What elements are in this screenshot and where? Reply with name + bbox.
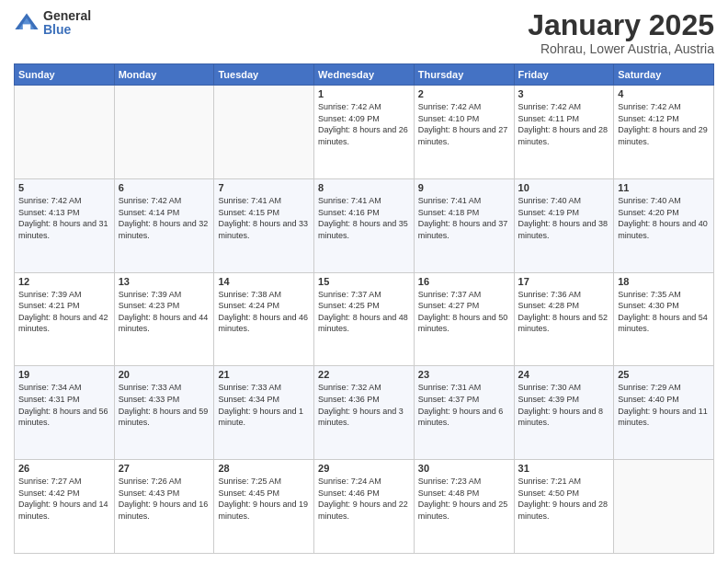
day-info: Sunrise: 7:21 AM Sunset: 4:50 PM Dayligh… [518, 476, 610, 522]
day-number: 6 [119, 182, 210, 193]
day-number: 2 [418, 88, 510, 99]
calendar-cell: 4Sunrise: 7:42 AM Sunset: 4:12 PM Daylig… [614, 86, 714, 179]
calendar-cell [214, 86, 314, 179]
weekday-header: Friday [514, 64, 614, 86]
calendar-cell: 12Sunrise: 7:39 AM Sunset: 4:21 PM Dayli… [15, 272, 115, 366]
day-number: 22 [318, 369, 410, 380]
calendar-cell: 11Sunrise: 7:40 AM Sunset: 4:20 PM Dayli… [614, 178, 714, 272]
day-info: Sunrise: 7:38 AM Sunset: 4:24 PM Dayligh… [218, 289, 310, 335]
day-number: 23 [418, 369, 510, 380]
day-info: Sunrise: 7:32 AM Sunset: 4:36 PM Dayligh… [318, 382, 410, 428]
calendar-week-row: 19Sunrise: 7:34 AM Sunset: 4:31 PM Dayli… [15, 366, 714, 460]
day-info: Sunrise: 7:35 AM Sunset: 4:30 PM Dayligh… [618, 289, 710, 335]
day-info: Sunrise: 7:41 AM Sunset: 4:16 PM Dayligh… [318, 195, 410, 241]
day-number: 11 [618, 182, 710, 193]
day-number: 17 [518, 276, 610, 287]
day-info: Sunrise: 7:30 AM Sunset: 4:39 PM Dayligh… [518, 382, 610, 428]
logo-icon [14, 10, 40, 36]
day-info: Sunrise: 7:26 AM Sunset: 4:43 PM Dayligh… [119, 476, 210, 522]
day-info: Sunrise: 7:33 AM Sunset: 4:33 PM Dayligh… [119, 382, 210, 428]
calendar-cell: 13Sunrise: 7:39 AM Sunset: 4:23 PM Dayli… [114, 272, 214, 366]
day-number: 8 [318, 182, 410, 193]
calendar-cell: 24Sunrise: 7:30 AM Sunset: 4:39 PM Dayli… [514, 366, 614, 460]
calendar-cell: 21Sunrise: 7:33 AM Sunset: 4:34 PM Dayli… [214, 366, 314, 460]
day-info: Sunrise: 7:33 AM Sunset: 4:34 PM Dayligh… [218, 382, 310, 428]
day-number: 13 [119, 276, 210, 287]
day-number: 16 [418, 276, 510, 287]
calendar-cell: 18Sunrise: 7:35 AM Sunset: 4:30 PM Dayli… [614, 272, 714, 366]
day-number: 3 [518, 88, 610, 99]
day-number: 26 [18, 463, 110, 474]
calendar-cell: 6Sunrise: 7:42 AM Sunset: 4:14 PM Daylig… [114, 178, 214, 272]
day-number: 15 [318, 276, 410, 287]
day-info: Sunrise: 7:34 AM Sunset: 4:31 PM Dayligh… [18, 382, 110, 428]
calendar-cell [614, 460, 714, 554]
calendar-week-row: 12Sunrise: 7:39 AM Sunset: 4:21 PM Dayli… [15, 272, 714, 366]
day-number: 9 [418, 182, 510, 193]
day-info: Sunrise: 7:42 AM Sunset: 4:11 PM Dayligh… [518, 101, 610, 147]
logo-text: General Blue [43, 9, 91, 38]
day-info: Sunrise: 7:31 AM Sunset: 4:37 PM Dayligh… [418, 382, 510, 428]
calendar-cell: 26Sunrise: 7:27 AM Sunset: 4:42 PM Dayli… [15, 460, 115, 554]
day-number: 19 [18, 369, 110, 380]
weekday-header: Saturday [614, 64, 714, 86]
calendar-week-row: 5Sunrise: 7:42 AM Sunset: 4:13 PM Daylig… [15, 178, 714, 272]
day-info: Sunrise: 7:42 AM Sunset: 4:13 PM Dayligh… [18, 195, 110, 241]
day-number: 1 [318, 88, 410, 99]
day-number: 18 [618, 276, 710, 287]
day-info: Sunrise: 7:41 AM Sunset: 4:18 PM Dayligh… [418, 195, 510, 241]
weekday-header: Monday [114, 64, 214, 86]
calendar-cell: 28Sunrise: 7:25 AM Sunset: 4:45 PM Dayli… [214, 460, 314, 554]
weekday-header: Sunday [15, 64, 115, 86]
calendar-week-row: 1Sunrise: 7:42 AM Sunset: 4:09 PM Daylig… [15, 86, 714, 179]
weekday-header: Tuesday [214, 64, 314, 86]
calendar-cell: 1Sunrise: 7:42 AM Sunset: 4:09 PM Daylig… [314, 86, 415, 179]
day-info: Sunrise: 7:41 AM Sunset: 4:15 PM Dayligh… [218, 195, 310, 241]
calendar-cell: 10Sunrise: 7:40 AM Sunset: 4:19 PM Dayli… [514, 178, 614, 272]
calendar-cell: 29Sunrise: 7:24 AM Sunset: 4:46 PM Dayli… [314, 460, 415, 554]
day-number: 25 [618, 369, 710, 380]
day-number: 24 [518, 369, 610, 380]
calendar-cell: 19Sunrise: 7:34 AM Sunset: 4:31 PM Dayli… [15, 366, 115, 460]
day-info: Sunrise: 7:39 AM Sunset: 4:21 PM Dayligh… [18, 289, 110, 335]
svg-rect-2 [23, 25, 30, 30]
day-number: 14 [218, 276, 310, 287]
day-info: Sunrise: 7:23 AM Sunset: 4:48 PM Dayligh… [418, 476, 510, 522]
title-block: January 2025 Rohrau, Lower Austria, Aust… [528, 9, 714, 56]
calendar-cell: 14Sunrise: 7:38 AM Sunset: 4:24 PM Dayli… [214, 272, 314, 366]
day-number: 5 [18, 182, 110, 193]
calendar-cell: 3Sunrise: 7:42 AM Sunset: 4:11 PM Daylig… [514, 86, 614, 179]
calendar-cell [114, 86, 214, 179]
calendar-cell: 22Sunrise: 7:32 AM Sunset: 4:36 PM Dayli… [314, 366, 415, 460]
day-info: Sunrise: 7:25 AM Sunset: 4:45 PM Dayligh… [218, 476, 310, 522]
calendar-cell: 7Sunrise: 7:41 AM Sunset: 4:15 PM Daylig… [214, 178, 314, 272]
day-number: 30 [418, 463, 510, 474]
day-info: Sunrise: 7:24 AM Sunset: 4:46 PM Dayligh… [318, 476, 410, 522]
calendar-cell: 31Sunrise: 7:21 AM Sunset: 4:50 PM Dayli… [514, 460, 614, 554]
calendar-cell: 16Sunrise: 7:37 AM Sunset: 4:27 PM Dayli… [414, 272, 514, 366]
day-info: Sunrise: 7:29 AM Sunset: 4:40 PM Dayligh… [618, 382, 710, 428]
day-number: 7 [218, 182, 310, 193]
day-number: 21 [218, 369, 310, 380]
day-info: Sunrise: 7:27 AM Sunset: 4:42 PM Dayligh… [18, 476, 110, 522]
calendar-cell: 27Sunrise: 7:26 AM Sunset: 4:43 PM Dayli… [114, 460, 214, 554]
location-title: Rohrau, Lower Austria, Austria [528, 41, 714, 56]
calendar-cell: 25Sunrise: 7:29 AM Sunset: 4:40 PM Dayli… [614, 366, 714, 460]
calendar-cell: 15Sunrise: 7:37 AM Sunset: 4:25 PM Dayli… [314, 272, 415, 366]
calendar-cell: 20Sunrise: 7:33 AM Sunset: 4:33 PM Dayli… [114, 366, 214, 460]
page: General Blue January 2025 Rohrau, Lower … [0, 0, 728, 563]
calendar-cell: 23Sunrise: 7:31 AM Sunset: 4:37 PM Dayli… [414, 366, 514, 460]
day-info: Sunrise: 7:40 AM Sunset: 4:19 PM Dayligh… [518, 195, 610, 241]
calendar-cell: 2Sunrise: 7:42 AM Sunset: 4:10 PM Daylig… [414, 86, 514, 179]
calendar-table: SundayMondayTuesdayWednesdayThursdayFrid… [14, 63, 714, 554]
month-title: January 2025 [528, 9, 714, 41]
header: General Blue January 2025 Rohrau, Lower … [14, 9, 714, 56]
day-number: 10 [518, 182, 610, 193]
day-number: 31 [518, 463, 610, 474]
calendar-cell: 8Sunrise: 7:41 AM Sunset: 4:16 PM Daylig… [314, 178, 415, 272]
day-number: 27 [119, 463, 210, 474]
day-number: 28 [218, 463, 310, 474]
logo-general: General [43, 9, 91, 23]
weekday-header: Thursday [414, 64, 514, 86]
logo-blue: Blue [43, 23, 91, 37]
